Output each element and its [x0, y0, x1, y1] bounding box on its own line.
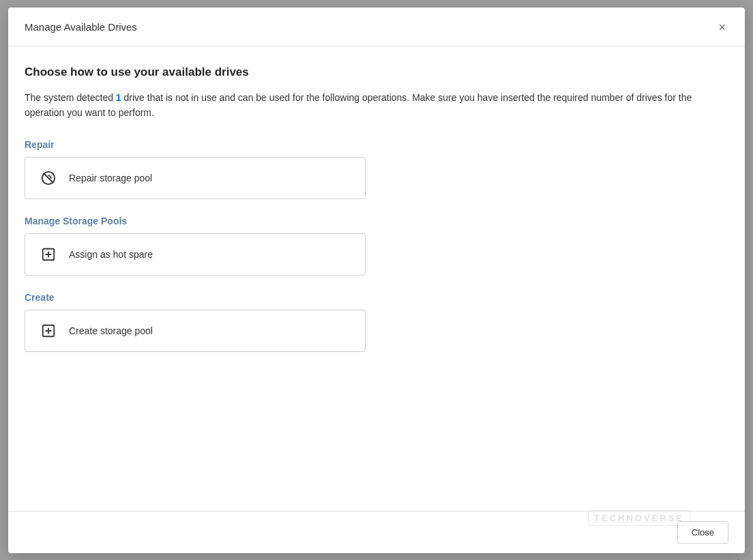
close-icon-button[interactable]: ×: [715, 20, 728, 35]
modal-dialog: Manage Available Drives × Choose how to …: [8, 8, 745, 553]
modal-body: Choose how to use your available drives …: [8, 46, 745, 511]
description-part1: The system detected: [25, 92, 116, 103]
hot-spare-icon: [39, 245, 58, 264]
modal-title: Manage Available Drives: [25, 21, 137, 33]
repair-icon: [39, 168, 58, 188]
description-part2: drive that is not in use and can be used…: [25, 92, 692, 118]
close-footer-button[interactable]: Close: [677, 521, 728, 544]
create-category-label: Create: [25, 292, 728, 303]
modal-footer: TECHNOVERSE Close: [8, 511, 745, 553]
create-storage-pool-option[interactable]: Create storage pool: [25, 310, 366, 352]
watermark: TECHNOVERSE: [588, 510, 690, 526]
repair-category-label: Repair: [25, 139, 728, 150]
create-pool-icon: [39, 321, 58, 340]
repair-storage-pool-label: Repair storage pool: [69, 173, 152, 183]
description-text: The system detected 1 drive that is not …: [25, 90, 728, 121]
assign-hot-spare-label: Assign as hot spare: [69, 249, 153, 260]
drive-count-highlight: 1: [116, 92, 121, 103]
manage-storage-pools-section: Manage Storage Pools Assign as hot spare: [25, 216, 728, 276]
section-heading: Choose how to use your available drives: [25, 65, 728, 79]
create-storage-pool-label: Create storage pool: [69, 325, 153, 336]
assign-hot-spare-option[interactable]: Assign as hot spare: [25, 233, 366, 276]
manage-storage-pools-category-label: Manage Storage Pools: [25, 216, 728, 226]
repair-section: Repair Repair storage pool: [25, 139, 728, 199]
modal-header: Manage Available Drives ×: [8, 8, 745, 46]
modal-overlay: Manage Available Drives × Choose how to …: [0, 0, 753, 560]
create-section: Create Create storage pool: [25, 292, 728, 352]
repair-storage-pool-option[interactable]: Repair storage pool: [25, 157, 366, 199]
